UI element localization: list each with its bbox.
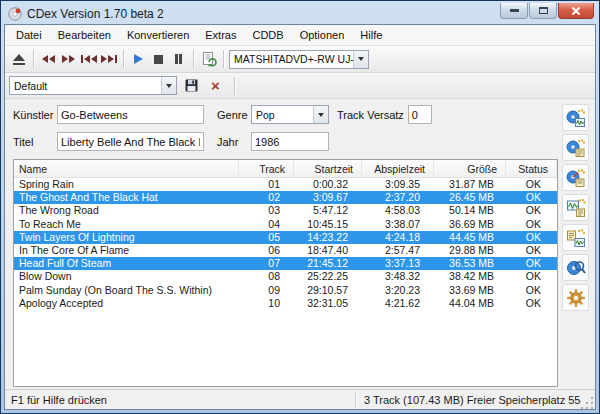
toolbar-separator: [123, 50, 124, 68]
cd-to-wav-icon: [566, 108, 586, 128]
stop-button[interactable]: [149, 49, 168, 69]
track-row[interactable]: To Reach Me 04 10:45.15 3:38.07 36.69 MB…: [14, 218, 557, 231]
chevron-down-icon: [353, 51, 368, 68]
cd-partial-to-file-button[interactable]: [562, 164, 589, 191]
compressed-to-wav-icon: [566, 228, 586, 248]
column-header-status[interactable]: Status: [506, 160, 557, 177]
year-input[interactable]: [251, 132, 329, 151]
menu-hilfe[interactable]: Hilfe: [352, 26, 390, 44]
column-header-name[interactable]: Name: [14, 160, 239, 177]
close-button[interactable]: [558, 3, 594, 19]
pause-button[interactable]: [169, 49, 188, 69]
track-row[interactable]: Blow Down 08 25:22.25 3:48.32 38.42 MB O…: [14, 270, 557, 283]
title-input[interactable]: [57, 132, 204, 151]
cd-partial-to-file-icon: [566, 168, 586, 188]
drive-select[interactable]: MATSHITADVD+-RW UJ-857G: [229, 50, 369, 69]
column-header-track[interactable]: Track: [239, 160, 294, 177]
track-status-cell: OK: [506, 204, 557, 217]
track-length-cell: 3:20.23: [362, 284, 434, 297]
track-offset-input[interactable]: [408, 105, 432, 124]
rewind-icon: [42, 55, 48, 63]
cd-to-compressed-button[interactable]: [562, 134, 589, 161]
menu-optionen[interactable]: Optionen: [292, 26, 353, 44]
track-name-cell: Blow Down: [14, 270, 239, 283]
column-header-startzeit[interactable]: Startzeit: [294, 160, 362, 177]
play-button[interactable]: [129, 49, 148, 69]
window-title: CDex Version 1.70 beta 2: [27, 7, 164, 21]
track-name-cell: Palm Sunday (On Board The S.S. Within): [14, 284, 239, 297]
settings-button[interactable]: [562, 284, 589, 311]
track-size-cell: 33.69 MB: [434, 284, 506, 297]
play-icon: [134, 54, 143, 64]
menu-extras[interactable]: Extras: [197, 26, 244, 44]
track-row[interactable]: Spring Rain 01 0:00.32 3:09.35 31.87 MB …: [14, 178, 557, 191]
track-number-cell: 08: [239, 270, 294, 283]
profile-select[interactable]: Default: [9, 76, 177, 95]
save-icon: [185, 79, 198, 92]
cd-to-wav-button[interactable]: [562, 104, 589, 131]
track-row[interactable]: Apology Accepted 10 32:31.05 4:21.62 44.…: [14, 297, 557, 310]
column-header-groesse[interactable]: Größe: [434, 160, 506, 177]
track-name-cell: Apology Accepted: [14, 297, 239, 310]
previous-track-button[interactable]: [79, 49, 98, 69]
menubar: Datei Bearbeiten Konvertieren Extras CDD…: [5, 25, 595, 46]
fast-forward-button[interactable]: [59, 49, 78, 69]
delete-profile-button[interactable]: ×: [206, 76, 225, 96]
track-size-cell: 50.14 MB: [434, 204, 506, 217]
track-length-cell: 3:37.13: [362, 257, 434, 270]
transport-toolbar: MATSHITADVD+-RW UJ-857G: [5, 46, 595, 73]
profile-select-value: Default: [10, 80, 161, 92]
menu-bearbeiten[interactable]: Bearbeiten: [50, 26, 119, 44]
track-row[interactable]: In The Core Of A Flame 06 18:47.40 2:57.…: [14, 244, 557, 257]
column-header-abspielzeit[interactable]: Abspielzeit: [362, 160, 434, 177]
track-status-cell: OK: [506, 244, 557, 257]
track-name-cell: In The Core Of A Flame: [14, 244, 239, 257]
media-info-icon: [566, 258, 586, 278]
cd-to-compressed-icon: [566, 138, 586, 158]
eject-button[interactable]: [9, 49, 28, 69]
track-row[interactable]: Twin Layers Of Lightning 05 14:23.22 4:2…: [14, 231, 557, 244]
minimize-button[interactable]: [500, 3, 528, 19]
track-name-cell: Head Full Of Steam: [14, 257, 239, 270]
track-name-cell: Spring Rain: [14, 178, 239, 191]
maximize-button[interactable]: [529, 3, 557, 19]
track-number-cell: 03: [239, 204, 294, 217]
next-track-button[interactable]: [99, 49, 118, 69]
menu-konvertieren[interactable]: Konvertieren: [119, 26, 197, 44]
track-size-cell: 38.42 MB: [434, 270, 506, 283]
compressed-to-wav-button[interactable]: [562, 224, 589, 251]
next-track-icon: [101, 55, 107, 63]
wav-to-compressed-button[interactable]: [562, 194, 589, 221]
track-number-cell: 02: [239, 191, 294, 204]
track-number-cell: 10: [239, 297, 294, 310]
track-start-cell: 32:31.05: [294, 297, 362, 310]
resize-grip[interactable]: [581, 395, 595, 409]
toolbar-separator: [193, 50, 194, 68]
track-row[interactable]: Palm Sunday (On Board The S.S. Within) 0…: [14, 284, 557, 297]
menu-cddb[interactable]: CDDB: [244, 26, 291, 44]
track-name-cell: To Reach Me: [14, 218, 239, 231]
track-name-cell: The Wrong Road: [14, 204, 239, 217]
titlebar[interactable]: CDex Version 1.70 beta 2: [4, 1, 596, 24]
close-icon: [571, 7, 581, 15]
genre-select[interactable]: Pop: [251, 105, 329, 124]
save-profile-button[interactable]: [182, 76, 201, 96]
statusbar: F1 für Hilfe drücken 3 Track (107.43 MB)…: [5, 389, 595, 409]
track-status-cell: OK: [506, 191, 557, 204]
menu-datei[interactable]: Datei: [8, 26, 50, 44]
refresh-track-list-button[interactable]: [199, 49, 218, 69]
genre-label: Genre: [217, 109, 251, 121]
track-row[interactable]: The Ghost And The Black Hat 02 3:09.67 2…: [14, 191, 557, 204]
cdex-app-icon: [8, 7, 22, 21]
pause-icon: [175, 54, 178, 64]
track-row[interactable]: Head Full Of Steam 07 21:45.12 3:37.13 3…: [14, 257, 557, 270]
track-number-cell: 01: [239, 178, 294, 191]
track-length-cell: 4:21.62: [362, 297, 434, 310]
artist-input[interactable]: [57, 105, 204, 124]
track-start-cell: 10:45.15: [294, 218, 362, 231]
track-length-cell: 3:09.35: [362, 178, 434, 191]
rewind-button[interactable]: [39, 49, 58, 69]
toolbar-separator: [33, 50, 34, 68]
media-info-button[interactable]: [562, 254, 589, 281]
track-row[interactable]: The Wrong Road 03 5:47.12 4:58.03 50.14 …: [14, 204, 557, 217]
